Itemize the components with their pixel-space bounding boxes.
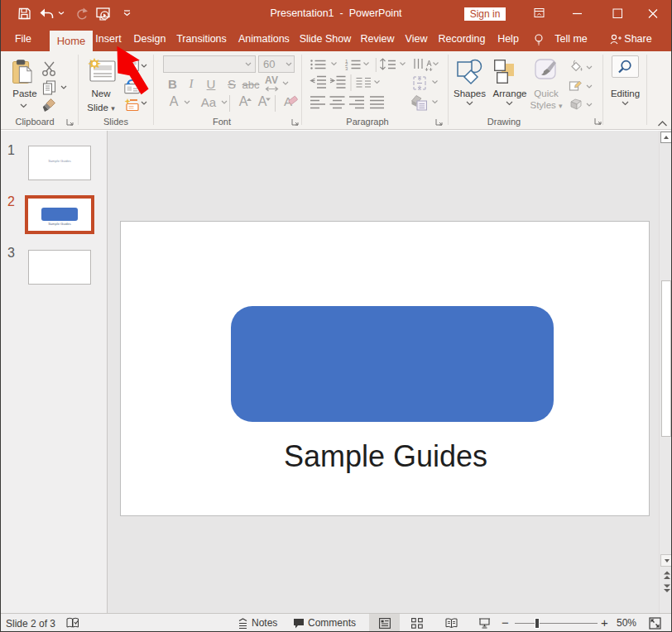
svg-text:3: 3 — [345, 66, 348, 71]
